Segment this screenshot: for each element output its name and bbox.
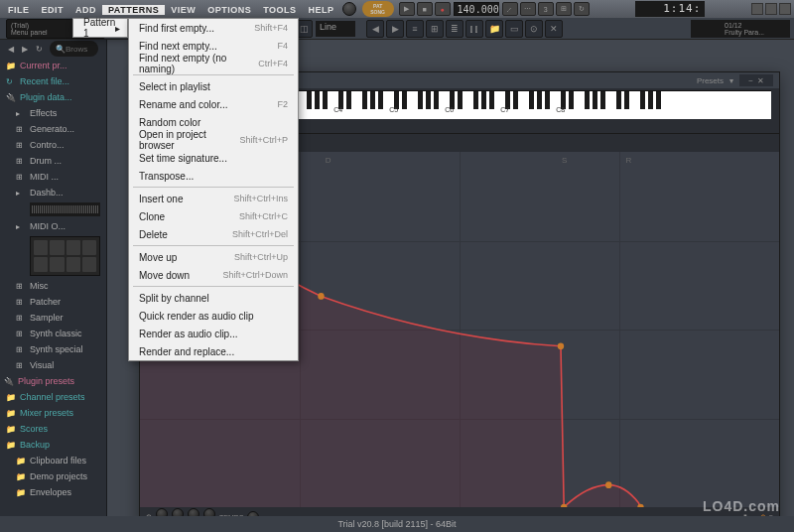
folder-icon: 📁 (6, 441, 16, 450)
view-mixer-button[interactable]: ⫿⫿ (465, 20, 483, 38)
menu-add[interactable]: ADD (69, 5, 102, 15)
sidebar-waveform[interactable] (30, 202, 100, 216)
menu-help[interactable]: HELP (303, 5, 340, 15)
pattern-context-menu: Find first empty...Shift+F4Find next emp… (128, 18, 299, 361)
menu-item-transpose-[interactable]: Transpose... (129, 167, 298, 185)
menu-item-move-down[interactable]: Move downShift+Ctrl+Down (129, 266, 298, 284)
menu-item-rename-and-color-[interactable]: Rename and color...F2 (129, 95, 298, 113)
browser-back-button[interactable]: ◀ (5, 43, 17, 55)
close-button[interactable] (779, 3, 791, 15)
menu-edit[interactable]: EDIT (36, 5, 70, 15)
sidebar-item-5[interactable]: ⊞Contro... (0, 137, 106, 153)
sidebar-item-21[interactable]: 📁Clipboard files (0, 453, 106, 468)
piano-keyboard[interactable]: C3C4C5C6C7C8 (274, 90, 771, 132)
view-browser-button[interactable]: 📁 (485, 20, 503, 38)
menu-file[interactable]: FILE (2, 5, 36, 15)
menu-item-move-up[interactable]: Move upShift+Ctrl+Up (129, 248, 298, 266)
menu-item-find-first-empty-[interactable]: Find first empty...Shift+F4 (129, 19, 298, 37)
sidebar-item-16[interactable]: 🔌Plugin presets (0, 373, 106, 389)
time-display[interactable]: 1:14: (635, 1, 705, 17)
menu-tools[interactable]: TOOLS (257, 5, 302, 15)
view-channel-button[interactable]: ≣ (446, 20, 463, 38)
decay-marker[interactable]: D (326, 156, 331, 165)
menu-view[interactable]: VIEW (165, 5, 201, 15)
menu-item-open-in-project-browser[interactable]: Open in project browserShift+Ctrl+P (129, 131, 298, 149)
pattern-item[interactable]: Pattern 1▸ (73, 19, 127, 37)
sidebar-item-9[interactable]: ▸MIDI O... (0, 218, 106, 234)
sidebar-item-13[interactable]: ⊞Synth classic (0, 326, 106, 341)
loop-button[interactable]: ↻ (574, 2, 590, 16)
folder-icon: 📁 (6, 409, 16, 418)
menu-item-insert-one[interactable]: Insert oneShift+Ctrl+Ins (129, 190, 298, 207)
sidebar-item-20[interactable]: 📁Backup (0, 437, 106, 453)
sidebar-item-8[interactable]: ▸Dashb... (0, 185, 106, 200)
metronome-button[interactable]: ⟋ (502, 2, 518, 16)
record-button[interactable]: ● (435, 2, 451, 16)
sidebar-item-14[interactable]: ⊞Synth special (0, 341, 106, 357)
menu-options[interactable]: OPTIONS (201, 5, 257, 15)
view-playlist-button[interactable]: ≡ (406, 20, 424, 38)
stop-button[interactable]: ■ (417, 2, 433, 16)
sidebar-item-23[interactable]: 📁Envelopes (0, 484, 106, 500)
folder-icon: 🔌 (6, 93, 16, 102)
sidebar-item-19[interactable]: 📁Scores (0, 421, 106, 437)
menu-item-delete[interactable]: DeleteShift+Ctrl+Del (129, 225, 298, 243)
countdown-button[interactable]: 3 (538, 2, 554, 16)
minimize-button[interactable] (751, 3, 763, 15)
sidebar-item-4[interactable]: ⊞Generato... (0, 121, 106, 137)
sidebar-item-0[interactable]: 📁Current pr... (0, 58, 106, 73)
pattern-hint-panel[interactable]: 01/12 Fruity Para... (721, 20, 790, 38)
sidebar-item-3[interactable]: ▸Effects (0, 105, 106, 121)
sidebar-item-7[interactable]: ⊞MIDI ... (0, 169, 106, 185)
browser-search-input[interactable]: 🔍 Brows (50, 41, 98, 57)
folder-icon: ⊞ (16, 330, 26, 338)
sidebar-pads[interactable] (30, 236, 100, 276)
close-all-button[interactable]: ✕ (545, 20, 563, 38)
browser-reload-button[interactable]: ↻ (33, 43, 45, 55)
nav-1-button[interactable]: ◀ (366, 20, 384, 38)
menu-patterns[interactable]: PATTERNS (102, 5, 165, 15)
tempo-tap-button[interactable]: ⊙ (525, 20, 543, 38)
sidebar-item-11[interactable]: ⊞Patcher (0, 294, 106, 310)
presets-dropdown[interactable]: Presets (697, 76, 724, 85)
snap-mode-display[interactable]: Line (316, 21, 355, 37)
sidebar-item-22[interactable]: 📁Demo projects (0, 468, 106, 484)
menu-item-quick-render-as-audio-clip[interactable]: Quick render as audio clip (129, 307, 298, 325)
tempo-display[interactable]: 140.000 (454, 2, 499, 16)
menu-separator (133, 286, 294, 287)
menu-item-render-as-audio-clip-[interactable]: Render as audio clip... (129, 325, 298, 342)
menu-item-clone[interactable]: CloneShift+Ctrl+C (129, 207, 298, 225)
main-pitch-knob[interactable] (342, 2, 356, 16)
folder-icon: ⊞ (16, 141, 26, 150)
envelope-close-button[interactable]: ✕ (757, 76, 764, 85)
sidebar-item-15[interactable]: ⊞Visual (0, 357, 106, 373)
menu-item-split-by-channel[interactable]: Split by channel (129, 289, 298, 307)
nav-2-button[interactable]: ▶ (386, 20, 404, 38)
sidebar-item-17[interactable]: 📁Channel presets (0, 389, 106, 405)
folder-icon: ⊞ (16, 157, 26, 166)
maximize-button[interactable] (765, 3, 777, 15)
play-button[interactable]: ▶ (399, 2, 415, 16)
folder-icon: 📁 (16, 457, 26, 466)
sidebar-item-18[interactable]: 📁Mixer presets (0, 405, 106, 421)
folder-icon: ⊞ (16, 361, 26, 370)
menu-item-find-next-empty-no-naming-[interactable]: Find next empty (no naming)Ctrl+F4 (129, 55, 298, 72)
envelope-minimize-button[interactable]: − (748, 76, 753, 85)
view-plugin-button[interactable]: ▭ (505, 20, 523, 38)
sustain-marker[interactable]: S (562, 156, 567, 165)
pat-song-toggle[interactable]: PAT SONG (362, 1, 394, 17)
overdub-button[interactable]: ⊞ (556, 2, 572, 16)
release-marker[interactable]: R (625, 156, 631, 165)
sidebar-item-6[interactable]: ⊞Drum ... (0, 153, 106, 169)
browser-fwd-button[interactable]: ▶ (19, 43, 31, 55)
view-piano-button[interactable]: ⊞ (426, 20, 444, 38)
wait-button[interactable]: ⋯ (520, 2, 536, 16)
menu-item-set-time-signature-[interactable]: Set time signature... (129, 149, 298, 167)
sidebar-item-10[interactable]: ⊞Misc (0, 278, 106, 294)
sidebar-item-2[interactable]: 🔌Plugin data... (0, 89, 106, 105)
menu-item-render-and-replace-[interactable]: Render and replace... (129, 342, 298, 360)
sidebar-item-1[interactable]: ↻Recent file... (0, 73, 106, 89)
svg-point-2 (558, 342, 564, 349)
menu-item-select-in-playlist[interactable]: Select in playlist (129, 77, 298, 95)
sidebar-item-12[interactable]: ⊞Sampler (0, 310, 106, 326)
